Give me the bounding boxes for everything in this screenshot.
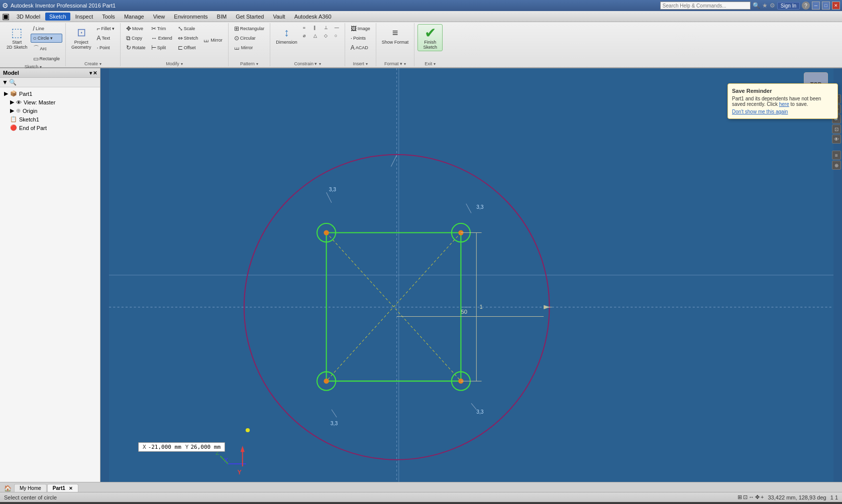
- main-layout: Model ▾ ✕ ▼ 🔍 ▶ 📦 Part1 ▶ 👁 View: Master…: [0, 68, 842, 482]
- nav-extra-1[interactable]: ≡: [832, 151, 841, 160]
- tab-part1[interactable]: Part1 ✕: [47, 484, 78, 492]
- search-tree-icon[interactable]: 🔍: [9, 79, 17, 86]
- svg-text:1: 1: [479, 304, 482, 310]
- split-button[interactable]: ⊢ Split: [149, 43, 175, 52]
- constrain-1[interactable]: =: [300, 24, 310, 31]
- status-icon-4[interactable]: ✥: [755, 494, 760, 500]
- menu-item-getstarted[interactable]: Get Started: [232, 13, 268, 21]
- circular-pattern-button[interactable]: ⊙ Circular: [232, 34, 267, 43]
- constrain-7[interactable]: ◇: [322, 32, 331, 39]
- tree-item-view-master[interactable]: ▶ 👁 View: Master: [2, 98, 98, 106]
- ribbon-group-constrain-content: ↕ Dimension = ∥ ⊥ — ⌀ △ ◇ ○: [273, 24, 342, 60]
- tab-part1-close[interactable]: ✕: [69, 486, 73, 491]
- line-button[interactable]: / Line: [31, 24, 63, 33]
- modify-col4: ⧢ Mirror: [201, 24, 225, 45]
- help-button[interactable]: ?: [802, 2, 810, 10]
- acad-button[interactable]: A ACAD: [348, 43, 373, 52]
- window-min[interactable]: ─: [812, 2, 820, 10]
- constrain-4[interactable]: —: [332, 24, 342, 31]
- scale-icon: ⤡: [178, 25, 183, 32]
- show-format-label: Show Format: [382, 40, 409, 45]
- constrain-8[interactable]: ○: [332, 32, 342, 39]
- search-input[interactable]: [660, 2, 751, 10]
- filter-icon[interactable]: ▼: [2, 79, 8, 86]
- titlebar: ⚙ Autodesk Inventor Professional 2016 Pa…: [0, 0, 842, 11]
- rectangular-icon: ⊞: [234, 25, 239, 32]
- menu-item-bim[interactable]: BIM: [213, 13, 231, 21]
- viewport[interactable]: 1 50 3,3 3,3 3,3 3,3 X: [100, 68, 842, 482]
- menu-item-tools[interactable]: Tools: [98, 13, 119, 21]
- status-icon-3[interactable]: ↔: [749, 494, 754, 500]
- menu-item-environments[interactable]: Environments: [170, 13, 212, 21]
- arc-icon: ⌒: [33, 44, 39, 53]
- arc-button[interactable]: ⌒ Arc: [31, 43, 63, 54]
- offset-button[interactable]: ⊏ Offset: [175, 43, 201, 52]
- menu-item-inspect[interactable]: Inspect: [71, 13, 97, 21]
- scale-button[interactable]: ⤡ Scale: [175, 24, 201, 33]
- stretch-button[interactable]: ⇔ Stretch: [175, 34, 201, 43]
- window-close[interactable]: ✕: [832, 2, 840, 10]
- start-2d-sketch-button[interactable]: ⬚ Start2D Sketch: [4, 24, 30, 51]
- move-button[interactable]: ✥ Move: [124, 24, 148, 33]
- rectangle-button[interactable]: ▭ Rectangle: [31, 54, 63, 63]
- mirror-pattern-button[interactable]: ⧢ Mirror: [232, 43, 267, 52]
- look-at-button[interactable]: 👁: [832, 135, 841, 144]
- star-icon[interactable]: ★: [762, 2, 768, 9]
- fillet-button[interactable]: ⌐ Fillet ▾: [94, 24, 118, 33]
- points-icon: ·: [351, 35, 352, 42]
- menu-item-3dmodel[interactable]: 3D Model: [13, 13, 44, 21]
- constrain-5[interactable]: ⌀: [300, 32, 310, 39]
- offset-icon: ⊏: [178, 44, 183, 51]
- titlebar-right: 🔍 ★ ⚙ Sign In ? ─ □ ✕: [660, 2, 840, 10]
- image-button[interactable]: 🖼 Image: [348, 24, 373, 33]
- text-button[interactable]: A Text: [94, 34, 118, 43]
- model-panel-close[interactable]: ✕: [93, 70, 97, 76]
- trim-label: Trim: [157, 26, 166, 31]
- points-button[interactable]: · Points: [348, 34, 373, 43]
- settings-icon[interactable]: ⚙: [770, 2, 775, 9]
- tree-item-end-of-part[interactable]: 🔴 End of Part: [2, 123, 98, 132]
- menu-item-manage[interactable]: Manage: [120, 13, 148, 21]
- trim-button[interactable]: ✂ Trim: [149, 24, 175, 33]
- show-format-button[interactable]: ≡ Show Format: [379, 24, 411, 46]
- constrain-2[interactable]: ∥: [311, 24, 321, 31]
- sign-in-button[interactable]: Sign In: [777, 2, 800, 10]
- rotate-button[interactable]: ↻ Rotate: [124, 43, 148, 52]
- finish-sketch-button[interactable]: ✔ FinishSketch: [417, 24, 443, 51]
- window-max[interactable]: □: [822, 2, 830, 10]
- ribbon-group-create: ⊡ ProjectGeometry ⌐ Fillet ▾ A Text · Po…: [67, 23, 121, 66]
- save-reminder-dismiss[interactable]: Don't show me this again: [732, 109, 788, 114]
- model-panel-dropdown[interactable]: ▾: [89, 70, 92, 76]
- zoom-all-button[interactable]: ⊡: [832, 124, 841, 134]
- constrain-6[interactable]: △: [311, 32, 321, 39]
- menu-item-sketch[interactable]: Sketch: [45, 13, 70, 21]
- menu-item-view[interactable]: View: [149, 13, 169, 21]
- tree-label-sketch1: Sketch1: [19, 116, 39, 122]
- acad-icon: A: [351, 44, 355, 51]
- point-button[interactable]: · Point: [94, 43, 118, 52]
- dimension-button[interactable]: ↕ Dimension: [273, 24, 300, 46]
- home-icon[interactable]: 🏠: [4, 485, 12, 492]
- tab-my-home[interactable]: My Home: [14, 484, 47, 492]
- constrain-3[interactable]: ⊥: [322, 24, 331, 31]
- save-reminder-link[interactable]: here: [779, 101, 789, 107]
- app-menu-icon[interactable]: ▣: [2, 12, 10, 21]
- tree-item-part1[interactable]: ▶ 📦 Part1: [2, 89, 98, 98]
- tree-item-sketch1[interactable]: 📋 Sketch1: [2, 115, 98, 123]
- menu-item-vault[interactable]: Vault: [269, 13, 289, 21]
- status-icon-1[interactable]: ⊞: [738, 494, 742, 500]
- copy-button[interactable]: ⧉ Copy: [124, 34, 148, 43]
- circle-button[interactable]: ○ Circle ▾: [31, 34, 63, 43]
- menu-item-a360[interactable]: Autodesk A360: [290, 13, 336, 21]
- project-geometry-button[interactable]: ⊡ ProjectGeometry: [69, 24, 94, 51]
- move-label: Move: [132, 26, 143, 31]
- extend-button[interactable]: ↔ Extend: [149, 34, 175, 43]
- status-icon-5[interactable]: +: [761, 494, 764, 500]
- status-icon-2[interactable]: ⊡: [743, 494, 748, 500]
- dimension-icon: ↕: [279, 26, 293, 40]
- tree-item-origin[interactable]: ▶ ⊕ Origin: [2, 106, 98, 115]
- mirror-button[interactable]: ⧢ Mirror: [201, 24, 225, 45]
- rectangular-button[interactable]: ⊞ Rectangular: [232, 24, 267, 33]
- nav-extra-2[interactable]: ⊕: [832, 161, 841, 170]
- ribbon-group-modify: ✥ Move ⧉ Copy ↻ Rotate ✂ Trim: [122, 23, 229, 66]
